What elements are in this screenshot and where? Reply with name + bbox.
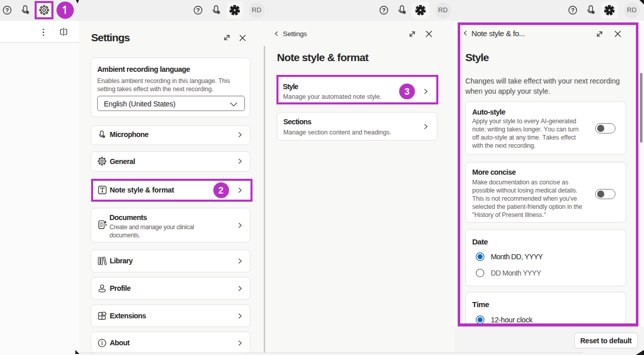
- svg-text:?: ?: [196, 7, 200, 13]
- svg-text:?: ?: [571, 7, 574, 13]
- svg-text:?: ?: [5, 7, 9, 13]
- svg-text:?: ?: [382, 7, 385, 13]
